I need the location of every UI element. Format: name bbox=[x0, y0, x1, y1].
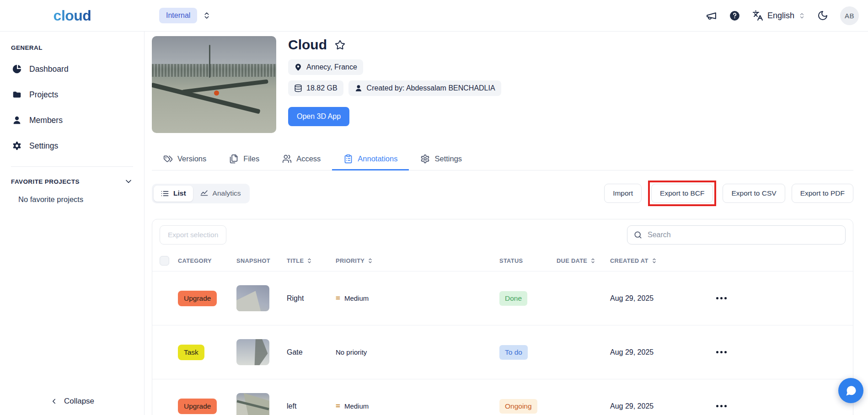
environment-badge[interactable]: Internal bbox=[159, 8, 197, 23]
app-logo-text: cloud bbox=[54, 7, 91, 24]
project-size-badge: 18.82 GB bbox=[288, 80, 343, 96]
environment-selector[interactable]: Internal bbox=[159, 8, 211, 23]
select-all-checkbox[interactable] bbox=[160, 256, 169, 266]
annotation-snapshot[interactable] bbox=[236, 285, 269, 311]
language-selector[interactable]: English bbox=[752, 10, 805, 21]
annotation-snapshot[interactable] bbox=[236, 393, 269, 415]
search-input[interactable] bbox=[648, 231, 839, 239]
sidebar-item-members[interactable]: Members bbox=[11, 108, 133, 133]
view-toggle-label: Analytics bbox=[213, 189, 241, 197]
help-button[interactable] bbox=[729, 10, 740, 21]
view-toggle-list[interactable]: List bbox=[154, 186, 193, 202]
row-actions-button[interactable] bbox=[715, 294, 846, 302]
sidebar-item-projects[interactable]: Projects bbox=[11, 82, 133, 107]
project-location: Annecy, France bbox=[306, 63, 357, 71]
table-row[interactable]: Upgrade left = Medium Ongoing Aug 29, 20… bbox=[152, 379, 853, 415]
sort-icon[interactable] bbox=[306, 257, 312, 264]
tab-label: Files bbox=[243, 154, 259, 163]
column-priority[interactable]: PRIORITY bbox=[336, 257, 499, 264]
column-created-at[interactable]: CREATED AT bbox=[610, 257, 715, 264]
export-to-bcf-button[interactable]: Export to BCF bbox=[651, 184, 713, 203]
top-bar: cloud Internal English bbox=[0, 0, 868, 32]
tab-settings[interactable]: Settings bbox=[409, 148, 473, 170]
moon-icon bbox=[817, 10, 828, 21]
view-toggle-analytics[interactable]: Analytics bbox=[193, 186, 248, 202]
topbar-actions: English AB bbox=[706, 6, 868, 25]
import-button[interactable]: Import bbox=[604, 184, 642, 203]
column-due-date[interactable]: DUE DATE bbox=[557, 257, 610, 264]
row-actions-button[interactable] bbox=[715, 348, 846, 356]
export-to-pdf-button[interactable]: Export to PDF bbox=[792, 184, 853, 203]
favorite-projects-header[interactable]: FAVORITE PROJECTS bbox=[11, 177, 133, 186]
column-category: CATEGORY bbox=[178, 257, 236, 264]
sidebar-section-general: GENERAL bbox=[11, 44, 133, 51]
project-thumbnail bbox=[152, 36, 276, 133]
sort-icon[interactable] bbox=[590, 257, 596, 264]
sidebar-item-label: Projects bbox=[29, 90, 58, 100]
tab-files[interactable]: Files bbox=[218, 148, 271, 170]
view-toggle-label: List bbox=[173, 189, 186, 197]
export-to-csv-button[interactable]: Export to CSV bbox=[723, 184, 785, 203]
chat-bubble-icon bbox=[845, 384, 857, 397]
clipboard-icon bbox=[343, 154, 353, 164]
sidebar-item-settings[interactable]: Settings bbox=[11, 133, 133, 158]
project-size: 18.82 GB bbox=[306, 84, 338, 92]
sort-icon[interactable] bbox=[651, 257, 657, 264]
search-icon bbox=[633, 230, 643, 239]
translate-icon bbox=[752, 10, 763, 21]
created-at-cell: Aug 29, 2025 bbox=[610, 348, 715, 356]
column-snapshot: SNAPSHOT bbox=[236, 257, 287, 264]
star-icon[interactable] bbox=[335, 40, 345, 50]
map-pin-icon bbox=[294, 63, 302, 71]
tags-icon bbox=[163, 154, 173, 164]
created-at-cell: Aug 29, 2025 bbox=[610, 402, 715, 410]
chat-widget-button[interactable] bbox=[838, 378, 863, 403]
favorite-projects-title: FAVORITE PROJECTS bbox=[11, 178, 80, 185]
folder-icon bbox=[12, 90, 22, 100]
user-avatar[interactable]: AB bbox=[840, 6, 859, 25]
tab-annotations[interactable]: Annotations bbox=[332, 148, 409, 170]
pie-chart-icon bbox=[12, 64, 22, 74]
priority-cell: No priority bbox=[336, 348, 499, 356]
main-content: Cloud Annecy, France 18.82 bbox=[145, 32, 868, 415]
tab-access[interactable]: Access bbox=[271, 148, 332, 170]
status-badge: Ongoing bbox=[499, 399, 537, 414]
tab-label: Access bbox=[296, 154, 321, 163]
project-creator: Created by: Abdessalam BENCHADLIA bbox=[367, 84, 495, 92]
priority-label: No priority bbox=[336, 348, 367, 356]
tab-versions[interactable]: Versions bbox=[152, 148, 218, 170]
table-header: CATEGORY SNAPSHOT TITLE PRIORITY STATUS … bbox=[152, 250, 853, 271]
chevron-down-icon[interactable] bbox=[124, 177, 133, 186]
view-toggle: List Analytics bbox=[152, 184, 250, 203]
project-tabs: Versions Files Access Annotations Settin… bbox=[152, 148, 853, 170]
annotation-title: Right bbox=[287, 294, 336, 303]
collapse-label: Collapse bbox=[64, 397, 94, 406]
favorites-empty-message: No favorite projects bbox=[11, 195, 133, 204]
table-row[interactable]: Upgrade Right = Medium Done Aug 29, 2025 bbox=[152, 271, 853, 325]
dark-mode-toggle[interactable] bbox=[817, 10, 828, 21]
app-logo[interactable]: cloud bbox=[0, 7, 145, 24]
sidebar-collapse-button[interactable]: Collapse bbox=[0, 397, 144, 406]
priority-label: Medium bbox=[344, 402, 369, 410]
export-selection-button[interactable]: Export selection bbox=[160, 225, 226, 245]
announcements-button[interactable] bbox=[706, 10, 717, 21]
annotation-title: left bbox=[287, 402, 336, 410]
priority-label: Medium bbox=[344, 294, 369, 302]
project-title: Cloud bbox=[288, 37, 327, 53]
table-row[interactable]: Task Gate No priority To do Aug 29, 2025 bbox=[152, 325, 853, 379]
sort-icon[interactable] bbox=[367, 257, 373, 264]
sidebar-item-dashboard[interactable]: Dashboard bbox=[11, 57, 133, 81]
search-box[interactable] bbox=[627, 225, 846, 245]
annotation-snapshot[interactable] bbox=[236, 339, 269, 365]
chevrons-up-down-icon bbox=[203, 11, 211, 20]
highlight-rectangle: Export to BCF bbox=[648, 181, 716, 206]
person-icon bbox=[12, 115, 22, 125]
row-actions-button[interactable] bbox=[715, 402, 846, 410]
status-badge: To do bbox=[499, 345, 528, 360]
project-creator-badge: Created by: Abdessalam BENCHADLIA bbox=[348, 80, 501, 96]
created-at-cell: Aug 29, 2025 bbox=[610, 294, 715, 303]
open-3d-app-button[interactable]: Open 3D App bbox=[288, 107, 349, 126]
column-title[interactable]: TITLE bbox=[287, 257, 336, 264]
chevron-left-icon bbox=[50, 397, 58, 405]
sidebar-item-label: Members bbox=[29, 116, 63, 125]
